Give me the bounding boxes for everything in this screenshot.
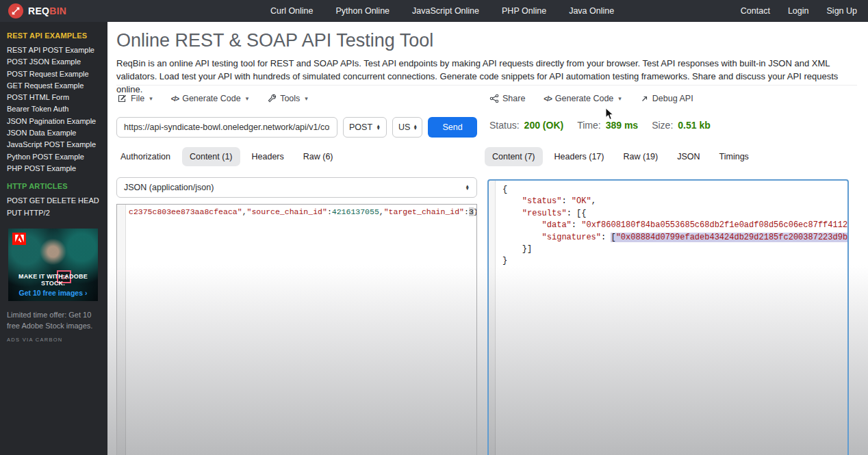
content-type-select[interactable]: JSON (application/json) ▲▼ (116, 177, 477, 198)
file-menu-button[interactable]: File ▾ (118, 94, 153, 103)
code-punct: : (327, 207, 332, 216)
code-string: "source_chain_id" (247, 207, 327, 216)
sidebar-item-post-json-example[interactable]: POST JSON Example (7, 56, 101, 68)
sidebar-item-post-request-example[interactable]: POST Request Example (7, 68, 101, 80)
nav-php-online[interactable]: PHP Online (502, 6, 546, 16)
ad-headline: MAKE IT WITH ADOBE STOCK. (8, 273, 98, 287)
chevron-down-icon: ▾ (305, 95, 308, 102)
method-select-value: POST (349, 122, 372, 132)
navbar-account-links: Contact Login Sign Up (741, 0, 857, 22)
tab-authorization[interactable]: Authorization (113, 147, 178, 166)
tools-menu-button[interactable]: Tools ▾ (267, 94, 308, 103)
navbar-links: Curl Online Python Online JavaScript Onl… (270, 0, 614, 22)
selected-text: ["0x08884d0799efadeb43424db29d2185fc2003… (611, 233, 847, 242)
wrench-icon (267, 94, 277, 103)
response-status-row: Status: 200 (OK) Time: 389 ms Size: 0.51… (489, 120, 724, 131)
adobe-stock-ad[interactable]: St MAKE IT WITH ADOBE STOCK. Get 10 free… (8, 229, 98, 301)
share-label: Share (502, 94, 525, 103)
region-select[interactable]: US ▲▼ (392, 117, 422, 138)
debug-api-label: Debug API (652, 94, 693, 103)
nav-python-online[interactable]: Python Online (336, 6, 390, 16)
file-menu-label: File (131, 94, 144, 103)
response-generate-code-label: Generate Code (555, 94, 613, 103)
request-body-code-line[interactable]: c2375c803ee873aa8cfeaca","source_chain_i… (127, 205, 476, 219)
sidebar-item-php-post-example[interactable]: PHP POST Example (7, 163, 101, 174)
code-punct: : (464, 207, 469, 216)
page-description: ReqBin is an online API testing tool for… (116, 57, 857, 96)
response-toolbar: Share </> Generate Code ▾ Debug API (489, 94, 693, 103)
nav-javascript-online[interactable]: JavaScript Online (412, 6, 479, 16)
sidebar-item-python-post-example[interactable]: Python POST Example (7, 151, 101, 163)
adobe-logo-icon (12, 233, 26, 245)
tab-response-headers[interactable]: Headers (17) (547, 147, 612, 166)
left-sidebar: REST API EXAMPLES REST API POST Example … (0, 22, 107, 455)
code-line: } (502, 255, 847, 267)
sidebar-item-put-http2[interactable]: PUT HTTP/2 (7, 207, 101, 219)
share-icon (489, 94, 499, 103)
code-line: "results": [{ (502, 208, 847, 220)
sidebar-item-get-request-example[interactable]: GET Request Example (7, 80, 101, 92)
send-button[interactable]: Send (428, 117, 477, 138)
sidebar-item-rest-api-post-example[interactable]: REST API POST Example (7, 44, 101, 56)
content-type-value: JSON (application/json) (124, 183, 214, 192)
code-punct: , (379, 207, 384, 216)
response-json-code[interactable]: { "status": "OK", "results": [{ "data": … (496, 181, 847, 268)
ad-caption[interactable]: Limited time offer: Get 10 free Adobe St… (7, 309, 93, 332)
url-input[interactable] (116, 117, 337, 138)
ad-attribution[interactable]: ADS VIA CARBON (7, 337, 101, 343)
tab-response-json[interactable]: JSON (669, 147, 707, 166)
request-tabs: Authorization Content (1) Headers Raw (6… (113, 147, 341, 166)
code-line-selected: "signatures": ["0x08884d0799efadeb43424d… (502, 232, 847, 244)
ad-cta-link[interactable]: Get 10 free images › (8, 289, 98, 297)
tab-response-raw[interactable]: Raw (19) (615, 147, 665, 166)
code-string: c2375c803ee873aa8cfeaca" (129, 207, 242, 216)
reqbin-logo-text: REQBIN (28, 5, 66, 16)
nav-curl-online[interactable]: Curl Online (270, 6, 314, 16)
sidebar-item-javascript-post-example[interactable]: JavaScript POST Example (7, 139, 101, 151)
chevron-down-icon: ▾ (149, 95, 153, 102)
top-navbar: REQBIN Curl Online Python Online JavaScr… (0, 0, 868, 22)
tab-request-headers[interactable]: Headers (244, 147, 292, 166)
updown-arrows-icon: ▲▼ (376, 125, 381, 131)
request-url-row: POST ▲▼ US ▲▼ Send (116, 117, 477, 138)
code-punct: } (474, 207, 476, 216)
reqbin-logo[interactable]: REQBIN (8, 0, 66, 22)
editor-gutter (117, 205, 126, 455)
code-line: { (502, 184, 847, 196)
request-body-editor[interactable]: c2375c803ee873aa8cfeaca","source_chain_i… (116, 204, 477, 455)
divider (116, 85, 857, 86)
code-string: "target_chain_id" (384, 207, 464, 216)
debug-api-button[interactable]: Debug API (640, 94, 693, 103)
nav-contact[interactable]: Contact (741, 6, 770, 16)
code-punct: , (242, 207, 247, 216)
sidebar-section-http-articles: HTTP ARTICLES (7, 182, 101, 190)
chevron-down-icon: ▾ (246, 95, 249, 102)
sidebar-item-bearer-token-auth[interactable]: Bearer Token Auth (7, 103, 101, 115)
sidebar-item-json-data-example[interactable]: JSON Data Example (7, 127, 101, 139)
page-title: Online REST & SOAP API Testing Tool (116, 30, 433, 51)
tab-response-timings[interactable]: Timings (712, 147, 756, 166)
response-content-panel[interactable]: { "status": "OK", "results": [{ "data": … (487, 179, 849, 455)
code-line: "status": "OK", (502, 196, 847, 207)
code-icon: </> (171, 95, 179, 103)
response-generate-code-button[interactable]: </> Generate Code ▾ (544, 94, 621, 103)
request-generate-code-label: Generate Code (182, 94, 240, 103)
sidebar-section-rest-api-examples: REST API EXAMPLES (7, 31, 101, 40)
code-number: 4216137055 (332, 207, 379, 216)
tab-request-content[interactable]: Content (1) (182, 147, 240, 166)
tab-request-raw[interactable]: Raw (6) (296, 147, 341, 166)
file-edit-icon (118, 94, 127, 103)
sidebar-item-json-pagination-example[interactable]: JSON Pagination Example (7, 116, 101, 127)
share-button[interactable]: Share (489, 94, 525, 103)
nav-java-online[interactable]: Java Online (569, 6, 614, 16)
sidebar-item-post-html-form[interactable]: POST HTML Form (7, 92, 101, 103)
request-generate-code-button[interactable]: </> Generate Code ▾ (171, 94, 248, 103)
status-label: Status: (489, 120, 520, 131)
method-select[interactable]: POST ▲▼ (343, 117, 387, 138)
time-value: 389 ms (606, 120, 638, 131)
nav-signup[interactable]: Sign Up (827, 6, 857, 16)
sidebar-item-post-get-delete-head[interactable]: POST GET DELETE HEAD (7, 195, 101, 207)
tab-response-content[interactable]: Content (7) (485, 147, 543, 166)
size-value: 0.51 kb (678, 120, 710, 131)
nav-login[interactable]: Login (788, 6, 809, 16)
